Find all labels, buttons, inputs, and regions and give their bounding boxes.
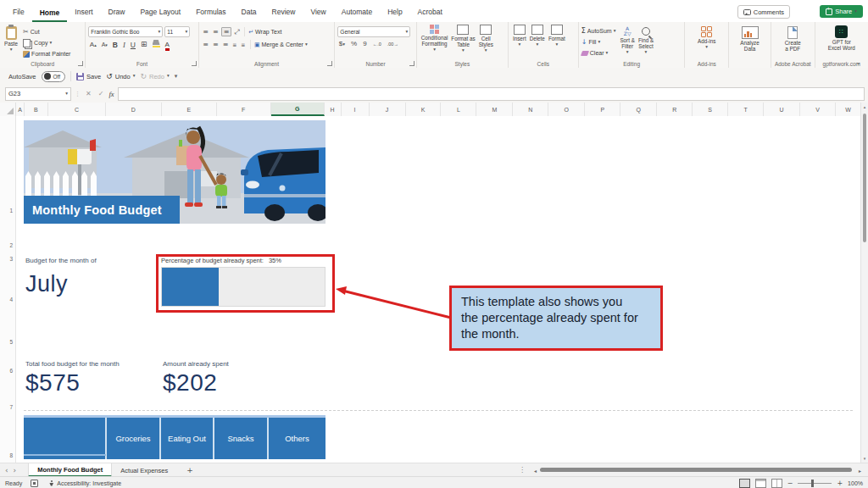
column-header-p[interactable]: P (585, 103, 620, 116)
page-layout-view-button[interactable] (755, 479, 766, 488)
borders-button[interactable]: ⊞ (139, 41, 148, 48)
cut-button[interactable]: ✂ Cut (23, 26, 70, 37)
ribbon-tab-insert[interactable]: Insert (67, 8, 100, 22)
row-header-3[interactable]: 3 (9, 255, 13, 263)
sort-filter-button[interactable]: AZ▽ Sort & Filter ▾ (618, 25, 637, 56)
fill-color-button[interactable] (151, 40, 161, 49)
name-box[interactable]: G23 ▾ (5, 87, 71, 101)
align-bottom-button[interactable]: ≡ (221, 27, 231, 36)
select-all-corner[interactable] (0, 103, 16, 116)
row-header-8[interactable]: 8 (9, 452, 13, 459)
collapse-ribbon-button[interactable]: ⌄ (855, 58, 861, 66)
macro-record-icon[interactable] (31, 480, 38, 487)
zoom-level[interactable]: 100% (848, 480, 863, 486)
copy-button[interactable]: Copy ▾ (23, 37, 70, 48)
format-cells-button[interactable]: Format ▾ (547, 24, 567, 48)
column-header-c[interactable]: C (48, 103, 106, 116)
number-dialog-launcher[interactable] (409, 61, 415, 66)
column-header-e[interactable]: E (162, 103, 217, 116)
column-header-u[interactable]: U (764, 103, 800, 116)
orientation-button[interactable]: ⤢ (233, 28, 241, 36)
font-dialog-launcher[interactable] (192, 61, 197, 66)
save-button[interactable]: Save (76, 73, 101, 80)
amount-spent-value[interactable]: $202 (163, 369, 217, 396)
align-center-button[interactable]: ≡ (211, 41, 220, 48)
table-header-others[interactable]: Others (269, 418, 326, 459)
new-sheet-button[interactable]: + (176, 466, 203, 474)
column-header-m[interactable]: M (476, 103, 513, 116)
ribbon-tab-page-layout[interactable]: Page Layout (132, 8, 188, 22)
prev-sheet-button[interactable]: ‹ (0, 466, 14, 474)
sheet-tab-monthly-food-budget[interactable]: Monthly Food Budget (28, 463, 112, 477)
normal-view-button[interactable] (739, 479, 750, 488)
align-top-button[interactable]: ≡ (202, 28, 210, 36)
zoom-out-button[interactable]: − (787, 480, 793, 487)
tab-scroll-dots[interactable]: ⋮ (519, 466, 526, 474)
autosave-toggle[interactable]: Off (42, 71, 66, 82)
scroll-up-icon[interactable]: ▴ (861, 104, 868, 109)
fill-button[interactable]: ↓ Fill ▾ (581, 36, 616, 47)
next-sheet-button[interactable]: › (14, 466, 22, 474)
conditional-formatting-button[interactable]: Conditional Formatting ▾ (420, 24, 450, 53)
bold-button[interactable]: B (111, 41, 119, 49)
grow-font-button[interactable]: A▴ (88, 41, 97, 48)
italic-button[interactable]: I (122, 41, 127, 49)
insert-function-button[interactable]: fx (108, 90, 114, 98)
vertical-scroll-thumb[interactable] (863, 114, 866, 242)
alignment-dialog-launcher[interactable] (327, 61, 332, 66)
column-header-r[interactable]: R (657, 103, 693, 116)
row-header-1[interactable]: 1 (9, 207, 13, 214)
number-format-combo[interactable]: General ▾ (337, 26, 410, 37)
clear-button[interactable]: Clear ▾ (581, 47, 616, 58)
scroll-down-icon[interactable]: ▾ (861, 456, 868, 461)
percent-style-button[interactable]: % (350, 40, 359, 47)
column-header-b[interactable]: B (25, 103, 48, 116)
column-header-h[interactable]: H (325, 103, 342, 116)
column-header-n[interactable]: N (513, 103, 548, 116)
underline-button[interactable]: U (129, 41, 136, 49)
ribbon-tab-data[interactable]: Data (234, 8, 264, 22)
column-header-g[interactable]: G (271, 103, 325, 116)
ribbon-tab-review[interactable]: Review (264, 8, 303, 22)
ribbon-tab-file[interactable]: File (5, 8, 32, 22)
share-button[interactable]: Share ▾ (820, 5, 863, 18)
ribbon-tab-automate[interactable]: Automate (334, 8, 380, 22)
clipboard-dialog-launcher[interactable] (78, 61, 83, 66)
decrease-decimal-button[interactable]: .00→ (386, 42, 399, 47)
row-header-5[interactable]: 5 (9, 338, 13, 346)
row-header-2[interactable]: 2 (9, 241, 13, 249)
column-header-t[interactable]: T (728, 103, 764, 116)
increase-decimal-button[interactable]: ←.0 (371, 42, 382, 47)
row-header-7[interactable]: 7 (9, 403, 13, 411)
cell-styles-button[interactable]: Cell Styles ▾ (477, 24, 495, 54)
zoom-slider-thumb[interactable] (811, 480, 814, 487)
table-header-eating-out[interactable]: Eating Out (161, 418, 214, 459)
merge-center-button[interactable]: ▣ Merge & Center ▾ (254, 39, 308, 50)
create-pdf-button[interactable]: Create a PDF (783, 25, 803, 53)
table-header-groceries[interactable]: Groceries (107, 418, 161, 459)
font-color-button[interactable]: A (164, 41, 170, 48)
accessibility-status[interactable]: Accessibility: Investigate (57, 480, 121, 486)
confirm-entry-button[interactable]: ✓ (97, 90, 106, 97)
ribbon-tab-view[interactable]: View (303, 8, 333, 22)
wrap-text-button[interactable]: ↵ Wrap Text (248, 26, 281, 37)
decrease-indent-button[interactable]: ≡ (231, 42, 238, 47)
addins-button[interactable]: Add-ins ▾ (696, 25, 717, 51)
customize-qat-button[interactable]: ▾ (175, 73, 178, 80)
find-select-button[interactable]: Find & Select ▾ (637, 25, 655, 56)
insert-cells-button[interactable]: Insert ▾ (511, 24, 528, 48)
undo-button[interactable]: ↺ Undo ▾ (106, 73, 135, 80)
font-size-combo[interactable]: 11 ▾ (164, 26, 190, 37)
ribbon-tab-acrobat[interactable]: Acrobat (410, 8, 450, 22)
cancel-entry-button[interactable]: ✕ (84, 90, 93, 97)
column-header-d[interactable]: D (106, 103, 162, 116)
scroll-left-icon[interactable]: ◂ (532, 468, 538, 474)
column-header-o[interactable]: O (548, 103, 585, 116)
scroll-right-icon[interactable]: ▸ (857, 468, 863, 474)
zoom-in-button[interactable]: + (837, 480, 843, 487)
sheet-tab-actual-expenses[interactable]: Actual Expenses (112, 463, 176, 477)
row-header-6[interactable]: 6 (9, 367, 13, 374)
redo-button[interactable]: ↻ Redo ▾ (140, 73, 169, 80)
horizontal-scrollbar[interactable]: ◂ ▸ (532, 467, 863, 474)
comma-style-button[interactable]: 9 (362, 40, 368, 47)
